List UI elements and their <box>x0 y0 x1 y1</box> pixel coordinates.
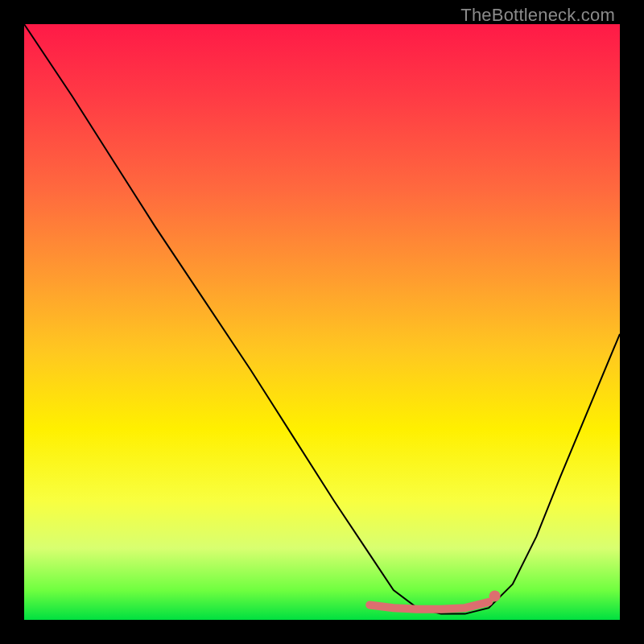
optimal-range-highlight <box>369 602 489 609</box>
chart-frame: TheBottleneck.com <box>0 0 644 644</box>
bottleneck-curve <box>24 24 620 614</box>
highlight-end-dot <box>489 590 501 601</box>
curve-layer <box>24 24 620 620</box>
plot-area <box>24 24 620 620</box>
watermark-text: TheBottleneck.com <box>460 5 615 26</box>
